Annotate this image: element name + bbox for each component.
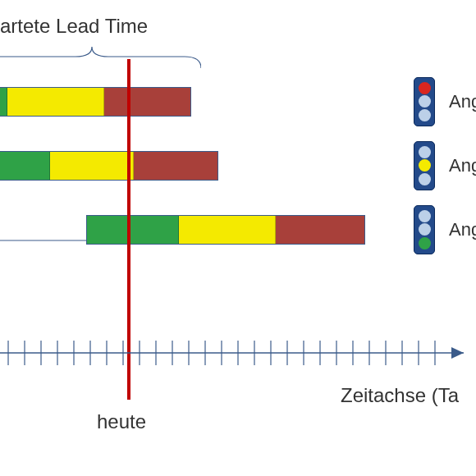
traffic-label: Ange (449, 219, 476, 240)
lead-time-bar (0, 151, 218, 181)
segment-red (104, 88, 190, 116)
segment-green (0, 88, 7, 116)
time-axis (0, 332, 476, 373)
lamp-yellow (419, 95, 431, 108)
lead-time-title: artete Lead Time (0, 15, 148, 38)
lamp-red (419, 82, 431, 94)
lead-time-bar (0, 87, 191, 117)
traffic-light-icon (414, 141, 435, 190)
traffic-label: Ange (449, 91, 476, 112)
traffic-light-icon (414, 205, 435, 254)
today-label: heute (97, 410, 146, 433)
traffic-label: Ange (449, 155, 476, 176)
lamp-green (419, 109, 431, 121)
segment-yellow (179, 216, 276, 244)
traffic-light-icon (414, 77, 435, 126)
lamp-yellow (419, 223, 431, 236)
segment-green (87, 216, 179, 244)
lead-time-brace (0, 45, 201, 70)
lamp-red (419, 210, 431, 222)
leader-line (0, 240, 90, 240)
axis-label: Zeitachse (Ta (341, 384, 459, 407)
lamp-red (419, 146, 431, 158)
segment-red (276, 216, 364, 244)
lamp-green (419, 173, 431, 185)
segment-yellow (50, 152, 134, 180)
segment-yellow (7, 88, 104, 116)
svg-marker-2 (451, 347, 464, 359)
segment-green (0, 152, 50, 180)
lamp-green (419, 237, 431, 249)
segment-red (134, 152, 217, 180)
lamp-yellow (419, 159, 431, 172)
